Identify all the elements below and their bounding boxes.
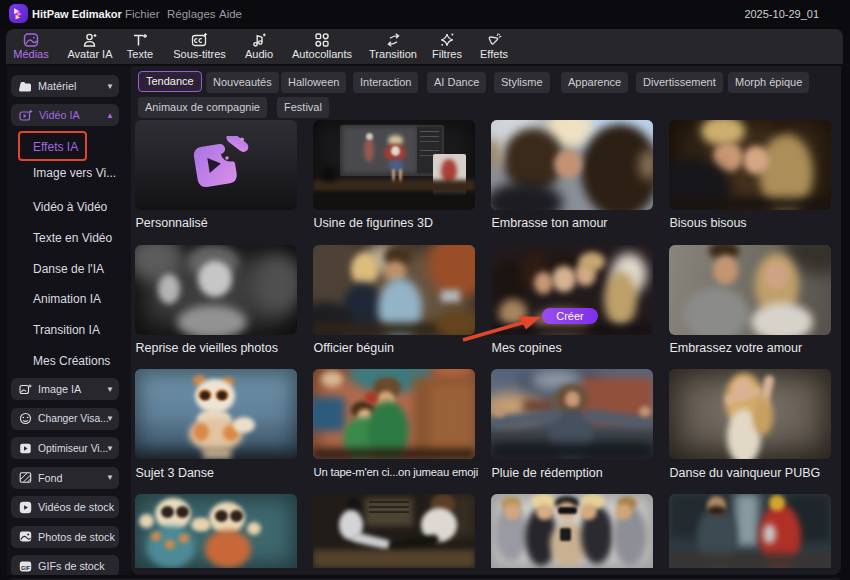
svg-text:GIF: GIF bbox=[21, 564, 31, 570]
